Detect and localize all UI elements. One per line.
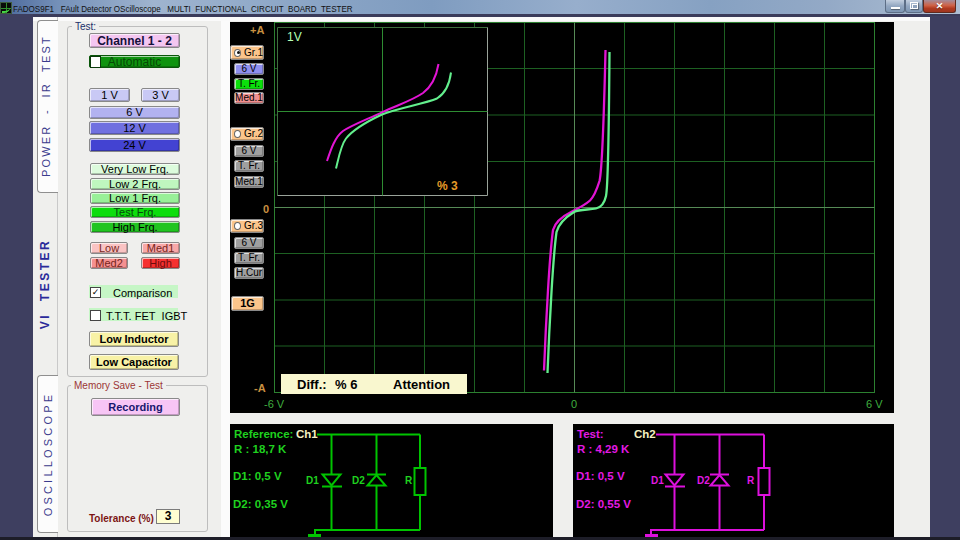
svg-text:R : 18,7 K: R : 18,7 K bbox=[234, 443, 287, 455]
svg-text:% 6: % 6 bbox=[335, 377, 357, 392]
svg-text:-6 V: -6 V bbox=[264, 398, 285, 410]
svg-text:D2: 0,55 V: D2: 0,55 V bbox=[576, 498, 631, 510]
svg-text:Ch1: Ch1 bbox=[296, 428, 318, 440]
svg-text:+A: +A bbox=[250, 24, 264, 36]
svg-text:Test:: Test: bbox=[577, 428, 604, 440]
svg-text:Reference:: Reference: bbox=[234, 428, 293, 440]
svg-text:-A: -A bbox=[254, 382, 266, 394]
svg-text:Ch2: Ch2 bbox=[634, 428, 656, 440]
svg-text:D1: D1 bbox=[651, 475, 664, 486]
svg-text:D1: 0,5 V: D1: 0,5 V bbox=[576, 470, 625, 482]
svg-text:0: 0 bbox=[571, 398, 577, 410]
svg-text:% 3: % 3 bbox=[437, 179, 458, 193]
svg-text:0: 0 bbox=[263, 203, 269, 215]
svg-text:D1: D1 bbox=[306, 475, 319, 486]
svg-text:1V: 1V bbox=[287, 30, 302, 44]
svg-text:D2: D2 bbox=[352, 475, 365, 486]
svg-text:D2: 0,35 V: D2: 0,35 V bbox=[233, 498, 288, 510]
svg-text:Attention: Attention bbox=[393, 377, 450, 392]
svg-text:R : 4,29 K: R : 4,29 K bbox=[577, 443, 630, 455]
svg-text:D1: 0,5 V: D1: 0,5 V bbox=[233, 470, 282, 482]
svg-text:R: R bbox=[405, 475, 413, 486]
svg-text:6 V: 6 V bbox=[866, 398, 883, 410]
svg-text:Diff.:: Diff.: bbox=[297, 377, 327, 392]
svg-text:R: R bbox=[747, 475, 755, 486]
svg-text:D2: D2 bbox=[697, 475, 710, 486]
